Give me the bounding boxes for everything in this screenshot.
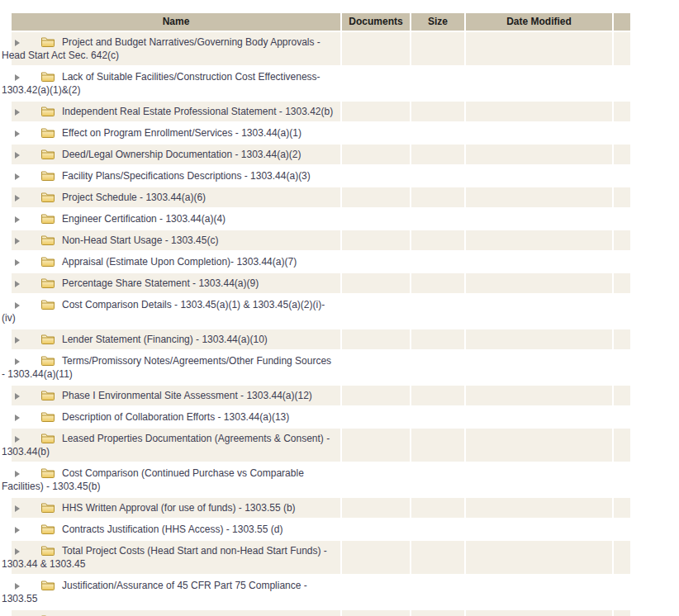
date-modified-cell	[466, 273, 612, 293]
documents-cell	[342, 429, 410, 462]
table-row: Non-Head Start Usage - 1303.45(c)	[12, 230, 630, 250]
folder-icon	[27, 126, 55, 140]
expand-arrow-icon[interactable]	[15, 259, 20, 266]
folder-icon	[27, 191, 55, 204]
name-cell: Facility Plans/Specifications Descriptio…	[12, 166, 340, 186]
expand-arrow-icon[interactable]	[15, 527, 20, 533]
column-header-documents[interactable]: Documents	[342, 13, 410, 31]
folder-icon	[27, 523, 55, 536]
date-modified-cell	[466, 166, 612, 186]
folder-icon	[27, 169, 55, 182]
folder-name-label[interactable]: HHS Written Approval (for use of funds) …	[62, 502, 296, 514]
folder-name-label[interactable]: Independent Real Estate Professional Sta…	[62, 106, 333, 117]
expand-arrow-icon[interactable]	[15, 238, 20, 244]
row-actions-cell	[614, 351, 630, 384]
table-row: Lack of Suitable Facilities/Construction…	[12, 67, 630, 100]
expand-arrow-icon[interactable]	[15, 302, 20, 309]
tree-node: HHS Written Approval (for use of funds) …	[2, 501, 337, 514]
folder-name-label[interactable]: Lender Statement (Financing) - 1303.44(a…	[62, 334, 268, 345]
documents-cell	[342, 32, 410, 65]
row-actions-cell	[614, 123, 630, 143]
expand-arrow-icon[interactable]	[15, 109, 20, 116]
expand-arrow-icon[interactable]	[15, 281, 20, 287]
tree-node: Leased Properties Documentation (Agreeme…	[2, 432, 337, 458]
folder-name-label[interactable]: Percentage Share Statement - 1303.44(a)(…	[62, 277, 259, 289]
folder-icon	[27, 234, 55, 247]
tree-node: Percentage Share Statement - 1303.44(a)(…	[2, 277, 337, 290]
expand-arrow-icon[interactable]	[15, 415, 20, 421]
expand-arrow-icon[interactable]	[15, 505, 20, 512]
table-row: Independent Real Estate Professional Sta…	[12, 102, 630, 121]
size-cell	[411, 576, 464, 609]
table-row: Leased Properties Documentation (Agreeme…	[12, 429, 630, 462]
size-cell	[411, 230, 464, 250]
folder-name-label[interactable]: Engineer Certification - 1303.44(a)(4)	[62, 213, 226, 225]
documents-cell	[342, 123, 410, 143]
table-row: Total Project Costs (Head Start and non-…	[12, 541, 630, 574]
size-cell	[411, 123, 464, 143]
expand-arrow-icon[interactable]	[15, 393, 20, 400]
name-cell: Description of Collaboration Efforts - 1…	[12, 407, 340, 427]
table-row: HHS Written Approval (for use of funds) …	[12, 498, 630, 518]
size-cell	[411, 166, 464, 186]
table-row: Facility Plans/Specifications Descriptio…	[12, 166, 630, 186]
folder-name-label[interactable]: Effect on Program Enrollment/Services - …	[62, 127, 302, 139]
expand-arrow-icon[interactable]	[15, 152, 20, 159]
folder-name-label[interactable]: Project Schedule - 1303.44(a)(6)	[62, 192, 206, 203]
documents-cell	[342, 351, 410, 384]
expand-arrow-icon[interactable]	[15, 173, 20, 180]
expand-arrow-icon[interactable]	[15, 548, 20, 555]
expand-arrow-icon[interactable]	[15, 337, 20, 344]
folder-icon	[27, 36, 55, 49]
tree-node: Justification/Assurance of 45 CFR Part 7…	[2, 579, 337, 605]
folder-name-label[interactable]: Phase I Environmental Site Assessment - …	[62, 390, 312, 401]
size-cell	[411, 429, 464, 462]
name-cell: Project Schedule - 1303.44(a)(6)	[12, 187, 340, 207]
tree-node: Project Schedule - 1303.44(a)(6)	[2, 191, 337, 204]
size-cell	[411, 541, 464, 574]
row-actions-cell	[614, 145, 630, 164]
folder-icon	[27, 70, 55, 83]
documents-cell	[342, 463, 410, 496]
date-modified-cell	[466, 252, 612, 272]
folder-name-label[interactable]: Appraisal (Estimate Upon Completion)- 13…	[62, 256, 297, 268]
folder-icon	[27, 432, 55, 445]
name-cell: Cost Comparison Details - 1303.45(a)(1) …	[12, 295, 340, 328]
expand-arrow-icon[interactable]	[15, 358, 20, 365]
tree-node: Facility Plans/Specifications Descriptio…	[2, 169, 337, 182]
folder-name-label[interactable]: Facility Plans/Specifications Descriptio…	[62, 170, 311, 182]
expand-arrow-icon[interactable]	[15, 216, 20, 223]
expand-arrow-icon[interactable]	[15, 436, 20, 443]
documents-cell	[342, 166, 410, 186]
folder-icon	[27, 354, 55, 367]
tree-node: Appraisal (Estimate Upon Completion)- 13…	[2, 255, 337, 268]
table-row: Justification/Assurance of 45 CFR Part 7…	[12, 576, 630, 609]
column-header-date-modified[interactable]: Date Modified	[466, 13, 612, 31]
expand-arrow-icon[interactable]	[15, 130, 20, 137]
date-modified-cell	[466, 230, 612, 250]
row-actions-cell	[614, 541, 630, 574]
size-cell	[411, 295, 464, 328]
tree-node: Total Project Costs (Head Start and non-…	[2, 544, 337, 571]
date-modified-cell	[466, 145, 612, 164]
folder-name-label[interactable]: Contracts Justification (HHS Access) - 1…	[62, 524, 283, 535]
date-modified-cell	[466, 123, 612, 143]
folder-name-label[interactable]: Deed/Legal Ownership Documentation - 130…	[62, 149, 302, 160]
column-header-name[interactable]: Name	[12, 13, 340, 31]
folder-name-label[interactable]: Description of Collaboration Efforts - 1…	[62, 411, 289, 423]
tree-node: Engineer Certification - 1303.44(a)(4)	[2, 212, 337, 225]
date-modified-cell	[466, 67, 612, 100]
date-modified-cell	[466, 187, 612, 207]
size-cell	[411, 67, 464, 100]
expand-arrow-icon[interactable]	[15, 471, 20, 477]
expand-arrow-icon[interactable]	[15, 40, 20, 46]
column-header-size[interactable]: Size	[411, 13, 464, 31]
folder-name-label[interactable]: Non-Head Start Usage - 1303.45(c)	[62, 235, 218, 246]
date-modified-cell	[466, 576, 612, 609]
expand-arrow-icon[interactable]	[15, 74, 20, 81]
expand-arrow-icon[interactable]	[15, 583, 20, 590]
date-modified-cell	[466, 351, 612, 384]
name-cell: Appraisal (Estimate Upon Completion)- 13…	[12, 252, 340, 272]
expand-arrow-icon[interactable]	[15, 195, 20, 201]
date-modified-cell	[466, 386, 612, 405]
